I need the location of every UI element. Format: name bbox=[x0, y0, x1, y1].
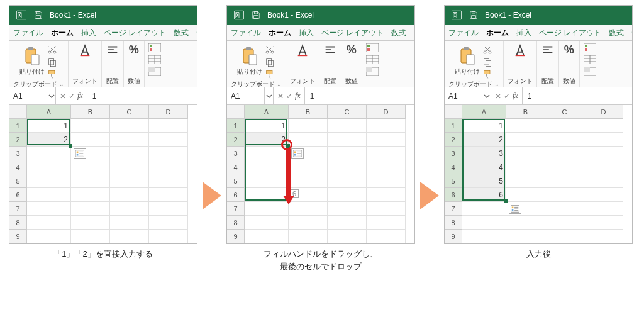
cell[interactable] bbox=[27, 230, 71, 243]
column-header[interactable]: A bbox=[245, 105, 289, 119]
cond-format-icon[interactable] bbox=[366, 43, 379, 52]
formula-input[interactable]: 1 bbox=[305, 92, 319, 101]
cell[interactable] bbox=[289, 202, 328, 216]
row-header[interactable]: 6 bbox=[445, 188, 462, 202]
tab-home[interactable]: ホーム bbox=[265, 25, 295, 40]
column-header[interactable]: A bbox=[462, 105, 506, 119]
cell[interactable] bbox=[71, 230, 110, 243]
enter-icon[interactable]: ✓ bbox=[69, 92, 75, 101]
tab-data[interactable]: デ bbox=[628, 25, 632, 40]
cell[interactable] bbox=[27, 188, 71, 202]
row-header[interactable]: 1 bbox=[227, 119, 245, 133]
cell[interactable] bbox=[328, 119, 367, 133]
cell[interactable] bbox=[545, 230, 584, 243]
cell[interactable] bbox=[149, 147, 188, 160]
row-header[interactable]: 8 bbox=[227, 216, 245, 230]
cell[interactable] bbox=[289, 133, 328, 147]
cell[interactable] bbox=[545, 147, 584, 160]
cell-styles-icon[interactable] bbox=[366, 67, 379, 76]
cell[interactable] bbox=[367, 216, 406, 230]
tab-data[interactable]: デ bbox=[410, 25, 414, 40]
quick-analysis-icon[interactable] bbox=[74, 148, 86, 158]
column-header[interactable]: C bbox=[110, 105, 149, 119]
tab-page-layout[interactable]: ページ レイアウト bbox=[100, 25, 170, 40]
cell[interactable] bbox=[367, 160, 406, 174]
cell[interactable] bbox=[506, 119, 545, 133]
cell[interactable] bbox=[289, 216, 328, 230]
select-all-corner[interactable] bbox=[227, 105, 245, 119]
cell[interactable] bbox=[71, 216, 110, 230]
cell[interactable] bbox=[149, 230, 188, 243]
cell[interactable] bbox=[110, 160, 149, 174]
cell[interactable] bbox=[506, 147, 545, 160]
enter-icon[interactable]: ✓ bbox=[504, 92, 510, 101]
cut-icon[interactable] bbox=[265, 45, 275, 55]
cell[interactable] bbox=[584, 133, 623, 147]
cell[interactable] bbox=[328, 147, 367, 160]
name-box-dropdown-icon[interactable] bbox=[47, 87, 55, 104]
tab-formulas[interactable]: 数式 bbox=[170, 25, 192, 40]
alignment-icon[interactable] bbox=[541, 43, 555, 57]
paste-button[interactable]: 貼り付け bbox=[19, 47, 45, 76]
cond-format-icon[interactable] bbox=[584, 43, 596, 52]
tab-home[interactable]: ホーム bbox=[482, 25, 513, 40]
cell[interactable] bbox=[71, 119, 110, 133]
copy-icon[interactable] bbox=[482, 57, 492, 67]
cell[interactable] bbox=[27, 202, 71, 216]
cell[interactable] bbox=[71, 133, 110, 147]
cell[interactable] bbox=[367, 230, 406, 243]
cell[interactable] bbox=[328, 230, 367, 243]
fx-icon[interactable]: fx bbox=[295, 91, 301, 101]
column-header[interactable]: D bbox=[367, 105, 406, 119]
row-header[interactable]: 2 bbox=[227, 133, 245, 147]
cell[interactable] bbox=[545, 133, 584, 147]
alignment-icon[interactable] bbox=[106, 43, 119, 57]
row-header[interactable]: 7 bbox=[445, 202, 462, 216]
cell[interactable] bbox=[545, 119, 584, 133]
percent-icon[interactable]: % bbox=[129, 43, 139, 57]
save-icon[interactable] bbox=[251, 10, 261, 20]
row-header[interactable]: 3 bbox=[227, 147, 245, 160]
select-all-corner[interactable] bbox=[9, 105, 27, 119]
name-box-dropdown-icon[interactable] bbox=[264, 87, 273, 104]
column-header[interactable]: C bbox=[328, 105, 367, 119]
fill-handle[interactable] bbox=[69, 144, 72, 148]
row-header[interactable]: 9 bbox=[9, 230, 27, 243]
tab-page-layout[interactable]: ページ レイアウト bbox=[318, 25, 387, 40]
column-header[interactable]: D bbox=[584, 105, 623, 119]
cell[interactable] bbox=[71, 188, 110, 202]
cell[interactable] bbox=[545, 188, 584, 202]
cell[interactable] bbox=[110, 202, 149, 216]
row-header[interactable]: 4 bbox=[227, 160, 245, 174]
paste-button[interactable]: 貼り付け bbox=[237, 47, 262, 76]
cell[interactable] bbox=[462, 230, 506, 243]
cell[interactable] bbox=[71, 160, 110, 174]
row-header[interactable]: 1 bbox=[445, 119, 462, 133]
row-header[interactable]: 9 bbox=[227, 230, 245, 243]
cell[interactable] bbox=[27, 174, 71, 188]
column-header[interactable]: C bbox=[545, 105, 584, 119]
cell-styles-icon[interactable] bbox=[148, 67, 161, 76]
cell[interactable] bbox=[462, 202, 506, 216]
cell[interactable] bbox=[584, 147, 623, 160]
row-header[interactable]: 8 bbox=[445, 216, 462, 230]
format-painter-icon[interactable] bbox=[482, 70, 492, 80]
cell[interactable] bbox=[584, 230, 623, 243]
format-table-icon[interactable] bbox=[148, 55, 161, 64]
row-header[interactable]: 4 bbox=[9, 160, 27, 174]
cell[interactable] bbox=[367, 174, 406, 188]
row-header[interactable]: 5 bbox=[9, 174, 27, 188]
formula-input[interactable]: 1 bbox=[87, 92, 102, 101]
cell[interactable] bbox=[584, 188, 623, 202]
save-icon[interactable] bbox=[469, 10, 479, 20]
cell[interactable] bbox=[367, 133, 406, 147]
cell[interactable] bbox=[328, 188, 367, 202]
row-header[interactable]: 7 bbox=[9, 202, 27, 216]
cell[interactable] bbox=[110, 230, 149, 243]
format-table-icon[interactable] bbox=[366, 55, 379, 64]
cell[interactable] bbox=[149, 188, 188, 202]
cell[interactable] bbox=[149, 119, 188, 133]
tab-insert[interactable]: 挿入 bbox=[77, 25, 100, 40]
cell[interactable] bbox=[289, 160, 328, 174]
cell[interactable] bbox=[545, 160, 584, 174]
